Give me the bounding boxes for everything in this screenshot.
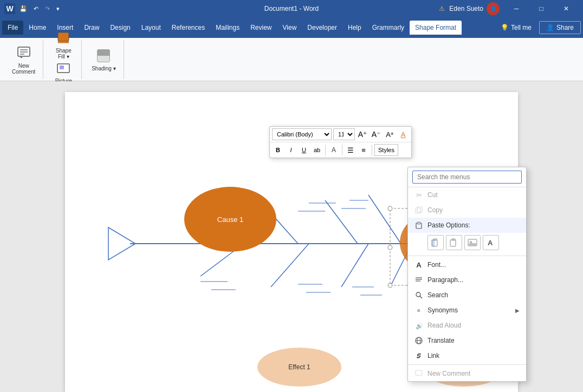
title-bar-right: ⚠ Eden Sueto 👤 ─ □ ✕ (439, 0, 579, 17)
font-size-select[interactable]: 11 (333, 128, 355, 140)
undo-qat-btn[interactable]: ↶ (31, 4, 41, 14)
ctx-synonyms-label: Synonyms (427, 306, 511, 314)
svg-rect-12 (98, 56, 109, 62)
svg-line-64 (420, 296, 422, 298)
menu-grammarly[interactable]: Grammarly (367, 21, 410, 35)
ctx-paragraph-label: Paragraph... (427, 276, 520, 284)
ctx-separator2 (408, 364, 526, 365)
paste-no-formatting-btn[interactable] (446, 235, 462, 250)
ctx-paste-options[interactable]: Paste Options: (408, 218, 526, 233)
float-toolbar-row1: Calibri (Body) 11 A⁺ A⁻ Aᵃ A (270, 127, 411, 142)
paste-keep-source-btn[interactable] (427, 235, 444, 250)
close-btn[interactable]: ✕ (554, 0, 579, 17)
bold-btn[interactable]: B (272, 144, 284, 156)
ctx-translate[interactable]: Translate (408, 333, 526, 348)
new-comment-label: New Comment (12, 63, 35, 75)
font-menu-icon: A (414, 260, 423, 269)
ctx-read-aloud[interactable]: 🔊 Read Aloud (408, 318, 526, 333)
new-comment-menu-icon (414, 369, 423, 378)
menu-mailings[interactable]: Mailings (210, 21, 245, 35)
menu-developer[interactable]: Developer (302, 21, 342, 35)
redo-qat-btn[interactable]: ↷ (43, 4, 52, 14)
shape-fill-icon (55, 29, 72, 47)
svg-line-28 (341, 244, 368, 287)
ctx-link-label: Link (427, 352, 520, 360)
cut-icon: ✂ (414, 191, 423, 199)
bullets-btn[interactable]: ☰ (345, 144, 357, 156)
highlight-btn[interactable]: ab (311, 144, 323, 156)
link-icon (414, 351, 423, 360)
ctx-paragraph[interactable]: Paragraph... (408, 272, 526, 288)
menu-references[interactable]: References (166, 21, 210, 35)
qat-more-btn[interactable]: ▾ (54, 4, 62, 14)
change-case-btn[interactable]: Aᵃ (384, 128, 396, 140)
underline-btn[interactable]: U (298, 144, 310, 156)
svg-text:A: A (488, 239, 493, 247)
effect1-label: Effect 1 (288, 363, 310, 371)
shading-btn[interactable]: Shading ▾ (88, 45, 119, 74)
menu-layout[interactable]: Layout (136, 21, 166, 35)
list-btn[interactable]: ≡ (358, 144, 370, 156)
svg-point-40 (388, 245, 392, 250)
float-toolbar-row2: B I U ab A ☰ ≡ Styles (270, 142, 411, 158)
svg-rect-11 (98, 50, 109, 56)
svg-rect-54 (450, 240, 456, 246)
context-search-input[interactable] (412, 171, 522, 184)
decrease-font-btn[interactable]: A⁻ (370, 128, 382, 140)
lightbulb-icon: 💡 (501, 24, 509, 31)
ctx-font[interactable]: A Font... (408, 257, 526, 272)
ctx-link[interactable]: Link (408, 348, 526, 363)
ctx-search[interactable]: Search (408, 288, 526, 303)
shading-label: Shading ▾ (92, 66, 115, 71)
ctx-font-label: Font... (427, 261, 520, 269)
paste-picture-btn[interactable] (464, 235, 481, 250)
minimize-btn[interactable]: ─ (504, 0, 529, 17)
font-color-btn2[interactable]: A (328, 144, 340, 156)
save-qat-btn[interactable]: 💾 (17, 4, 29, 14)
svg-rect-5 (58, 32, 69, 41)
maximize-btn[interactable]: □ (529, 0, 554, 17)
cause1-label: Cause 1 (217, 215, 243, 224)
italic-btn[interactable]: I (285, 144, 297, 156)
toolbar-separator2 (342, 145, 342, 155)
svg-line-18 (325, 200, 358, 244)
ctx-synonyms[interactable]: ≡ Synonyms ▶ (408, 303, 526, 318)
title-bar: W 💾 ↶ ↷ ▾ Document1 - Word ⚠ Eden Sueto … (0, 0, 583, 17)
ctx-search-label: Search (427, 291, 520, 299)
svg-line-27 (271, 244, 309, 287)
svg-rect-70 (416, 370, 422, 375)
effect1-shape[interactable]: Effect 1 (257, 348, 341, 387)
comment-icon (15, 44, 33, 62)
menu-help[interactable]: Help (342, 21, 367, 35)
menu-view[interactable]: View (277, 21, 302, 35)
shape-fill-btn[interactable]: ShapeFill ▾ (51, 27, 75, 62)
font-color-btn[interactable]: A (397, 128, 409, 140)
menu-home[interactable]: Home (23, 21, 51, 35)
ctx-new-comment-label: New Comment (427, 370, 520, 377)
ribbon-group-shading: Shading ▾ (84, 40, 124, 79)
ctx-new-comment[interactable]: New Comment (408, 366, 526, 381)
menu-shape-format[interactable]: Shape Format (410, 21, 462, 35)
ctx-paste-label: Paste Options: (427, 221, 520, 229)
menu-draw[interactable]: Draw (79, 21, 105, 35)
share-icon: 👤 (546, 24, 554, 31)
menu-design[interactable]: Design (105, 21, 135, 35)
tell-me-btn[interactable]: 💡 Tell me (495, 22, 537, 34)
styles-btn[interactable]: Styles (374, 144, 398, 156)
user-avatar: 👤 (487, 2, 500, 15)
paste-text-only-btn[interactable]: A (483, 235, 499, 250)
font-select[interactable]: Calibri (Body) (272, 128, 332, 140)
svg-line-19 (368, 195, 401, 244)
menu-bar: File Home Insert Draw Design Layout Refe… (0, 17, 583, 38)
svg-rect-9 (60, 66, 64, 69)
ctx-copy[interactable]: Copy (408, 202, 526, 218)
cause1-shape[interactable]: Cause 1 (184, 187, 276, 252)
share-btn[interactable]: 👤 Share (539, 21, 581, 34)
ctx-cut[interactable]: ✂ Cut (408, 187, 526, 202)
copy-icon (414, 206, 423, 214)
menu-file[interactable]: File (2, 21, 23, 35)
menu-review[interactable]: Review (245, 21, 277, 35)
increase-font-btn[interactable]: A⁺ (357, 128, 368, 140)
new-comment-btn[interactable]: New Comment (9, 42, 38, 77)
ctx-read-aloud-label: Read Aloud (427, 322, 520, 329)
